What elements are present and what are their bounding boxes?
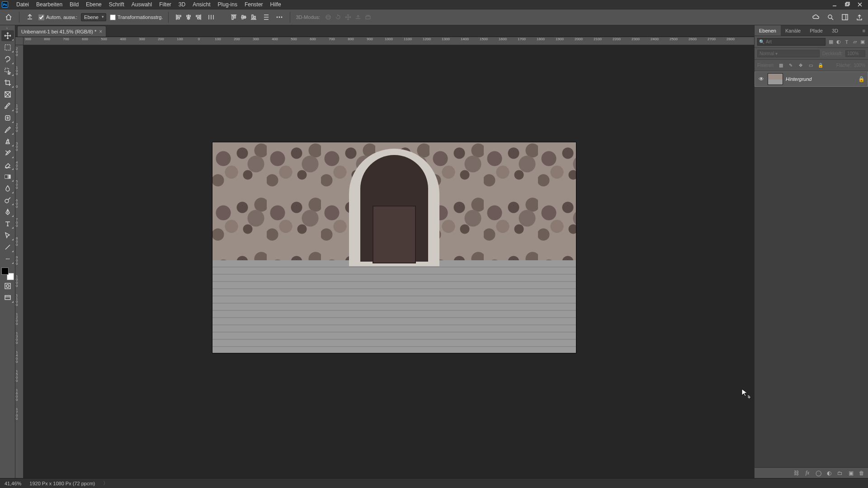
panel-tab-pfade[interactable]: Pfade bbox=[805, 25, 827, 36]
auto-select-checkbox[interactable]: Autom. ausw.: bbox=[38, 14, 77, 20]
menu-ansicht[interactable]: Ansicht bbox=[189, 0, 214, 9]
status-more-icon[interactable]: 〉 bbox=[103, 480, 108, 487]
align-hcenter-icon[interactable] bbox=[184, 13, 193, 22]
layer-visibility-icon[interactable]: 👁 bbox=[758, 76, 765, 82]
distribute-h-icon[interactable] bbox=[207, 13, 216, 22]
auto-select-target-dropdown[interactable]: Ebene bbox=[81, 13, 106, 21]
lock-artboard-icon[interactable]: ▭ bbox=[807, 62, 814, 69]
filter-adjust-icon[interactable]: ◐ bbox=[836, 38, 842, 46]
menu-ebene[interactable]: Ebene bbox=[82, 0, 105, 9]
menu-plug-ins[interactable]: Plug-ins bbox=[214, 0, 241, 9]
lock-paint-icon[interactable]: ✎ bbox=[787, 62, 794, 69]
align-bottom-icon[interactable] bbox=[249, 13, 258, 22]
clone-stamp-tool[interactable] bbox=[1, 136, 14, 147]
layer-group-icon[interactable]: 🗀 bbox=[836, 469, 844, 477]
pen-tool[interactable] bbox=[1, 206, 14, 217]
menu-schrift[interactable]: Schrift bbox=[105, 0, 128, 9]
layer-name[interactable]: Hintergrund bbox=[786, 76, 855, 82]
menu-auswahl[interactable]: Auswahl bbox=[128, 0, 156, 9]
menu-bearbeiten[interactable]: Bearbeiten bbox=[33, 0, 66, 9]
menu-hilfe[interactable]: Hilfe bbox=[267, 0, 285, 9]
fill-value[interactable]: 100% bbox=[854, 63, 865, 68]
document-area: Unbenannt-1 bei 41,5% (RGB/8) * × 900800… bbox=[15, 25, 754, 478]
adjustment-layer-icon[interactable]: ◐ bbox=[826, 469, 833, 477]
cloud-docs-button[interactable] bbox=[811, 12, 821, 22]
path-select-tool[interactable] bbox=[1, 230, 14, 241]
menu-3d[interactable]: 3D bbox=[175, 0, 189, 9]
share-button[interactable] bbox=[854, 12, 864, 22]
status-zoom[interactable]: 41,46% bbox=[5, 481, 21, 486]
quick-select-tool[interactable] bbox=[1, 66, 14, 76]
layer-thumbnail[interactable] bbox=[768, 73, 783, 85]
workspace-button[interactable] bbox=[840, 12, 850, 22]
quickmask-button[interactable] bbox=[1, 281, 14, 291]
document-tab[interactable]: Unbenannt-1 bei 41,5% (RGB/8) * × bbox=[17, 26, 106, 37]
new-layer-icon[interactable]: ▣ bbox=[847, 469, 854, 477]
window-close-button[interactable] bbox=[854, 0, 866, 9]
ruler-origin[interactable] bbox=[15, 37, 24, 45]
panel-tab-kanäle[interactable]: Kanäle bbox=[781, 25, 805, 36]
lock-transparency-icon[interactable]: ▩ bbox=[777, 62, 784, 69]
menu-bild[interactable]: Bild bbox=[66, 0, 82, 9]
status-docinfo[interactable]: 1920 Px x 1080 Px (72 ppcm) bbox=[29, 481, 95, 486]
svg-point-33 bbox=[326, 16, 330, 18]
lock-all-icon[interactable]: 🔒 bbox=[817, 62, 824, 69]
brush-tool[interactable] bbox=[1, 124, 14, 135]
layer-mask-icon[interactable]: ◯ bbox=[815, 469, 822, 477]
menu-fenster[interactable]: Fenster bbox=[241, 0, 267, 9]
lock-position-icon[interactable]: ✥ bbox=[797, 62, 804, 69]
align-left-icon[interactable] bbox=[174, 13, 183, 22]
align-vcenter-icon[interactable] bbox=[239, 13, 248, 22]
vertical-ruler[interactable]: 2001000100200300400500600700800900100011… bbox=[15, 45, 24, 478]
window-restore-button[interactable] bbox=[841, 0, 854, 9]
horizontal-ruler[interactable]: 9008007006005004003002001000100200300400… bbox=[24, 37, 754, 45]
align-right-icon[interactable] bbox=[194, 13, 203, 22]
marquee-tool[interactable] bbox=[1, 42, 14, 53]
screenmode-button[interactable] bbox=[1, 292, 14, 303]
lasso-tool[interactable] bbox=[1, 54, 14, 65]
shape-tool[interactable] bbox=[1, 242, 14, 253]
home-button[interactable] bbox=[4, 12, 14, 22]
link-layers-icon[interactable]: ⛓ bbox=[793, 469, 800, 477]
more-align-button[interactable] bbox=[274, 12, 284, 22]
filter-pixel-icon[interactable]: ▦ bbox=[828, 38, 834, 46]
panel-menu-icon[interactable]: ≡ bbox=[860, 28, 868, 33]
dodge-tool[interactable] bbox=[1, 195, 14, 206]
tool-preset-button[interactable] bbox=[25, 12, 35, 22]
menu-filter[interactable]: Filter bbox=[156, 0, 175, 9]
align-top-icon[interactable] bbox=[229, 13, 238, 22]
blend-mode-dropdown[interactable]: Normal ▾ bbox=[757, 50, 820, 57]
canvas-viewport[interactable] bbox=[24, 45, 754, 478]
layers-list[interactable]: 👁Hintergrund🔒 bbox=[755, 71, 868, 467]
layer-fx-icon[interactable]: fx bbox=[804, 469, 811, 477]
hand-tool[interactable] bbox=[1, 253, 14, 264]
layer-row[interactable]: 👁Hintergrund🔒 bbox=[755, 71, 868, 87]
ruler-v-tick: 700 bbox=[16, 218, 22, 227]
frame-tool[interactable] bbox=[1, 89, 14, 100]
opacity-value[interactable]: 100% bbox=[845, 50, 865, 57]
layer-filter-input[interactable] bbox=[757, 38, 826, 46]
close-tab-icon[interactable]: × bbox=[99, 28, 102, 35]
distribute-v-icon[interactable] bbox=[262, 13, 271, 22]
panel-tab-ebenen[interactable]: Ebenen bbox=[755, 25, 781, 36]
panel-tab-3d[interactable]: 3D bbox=[827, 25, 843, 36]
search-button[interactable] bbox=[826, 12, 835, 22]
move-tool[interactable] bbox=[1, 30, 14, 41]
menu-datei[interactable]: Datei bbox=[13, 0, 33, 9]
eraser-tool[interactable] bbox=[1, 160, 14, 170]
filter-smart-icon[interactable]: ▣ bbox=[860, 38, 865, 46]
history-brush-tool[interactable] bbox=[1, 148, 14, 159]
eyedropper-tool[interactable] bbox=[1, 101, 14, 112]
blur-tool[interactable] bbox=[1, 183, 14, 194]
window-minimize-button[interactable] bbox=[828, 0, 841, 9]
filter-type-icon[interactable]: T bbox=[844, 38, 849, 46]
gradient-tool[interactable] bbox=[1, 171, 14, 182]
color-swatch[interactable] bbox=[1, 267, 14, 280]
crop-tool[interactable] bbox=[1, 77, 14, 88]
healing-brush-tool[interactable] bbox=[1, 113, 14, 123]
delete-layer-icon[interactable]: 🗑 bbox=[858, 469, 865, 477]
type-tool[interactable] bbox=[1, 218, 14, 229]
toolbox-grip-icon[interactable]: » bbox=[1, 26, 14, 30]
transform-controls-checkbox[interactable]: Transformationsstrg. bbox=[110, 14, 163, 20]
filter-shape-icon[interactable]: ▱ bbox=[852, 38, 858, 46]
